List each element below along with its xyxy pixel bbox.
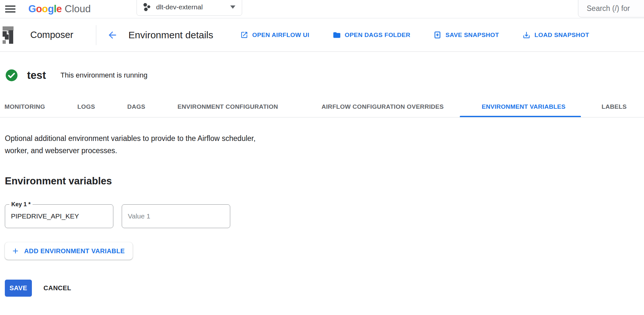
save-snapshot-label: SAVE SNAPSHOT xyxy=(445,32,499,39)
cancel-button[interactable]: CANCEL xyxy=(43,284,71,292)
arrow-back-icon xyxy=(107,30,118,41)
save-snapshot-button[interactable]: SAVE SNAPSHOT xyxy=(433,31,499,39)
logo-letter: g xyxy=(48,3,54,15)
status-running-icon xyxy=(5,69,18,82)
tab-dags[interactable]: DAGS xyxy=(111,96,161,117)
page-title: Environment details xyxy=(128,30,213,41)
project-selector[interactable]: dlt-dev-external xyxy=(137,0,242,16)
section-heading: Environment variables xyxy=(5,175,644,187)
tab-environment-configuration[interactable]: ENVIRONMENT CONFIGURATION xyxy=(161,96,294,117)
header-divider xyxy=(96,25,96,45)
open-airflow-ui-button[interactable]: OPEN AIRFLOW UI xyxy=(240,31,309,39)
page-header: Composer Environment details OPEN AIRFLO… xyxy=(0,18,644,52)
key-field-label: Key 1 * xyxy=(9,201,33,208)
open-dags-folder-button[interactable]: OPEN DAGS FOLDER xyxy=(333,31,411,39)
load-snapshot-label: LOAD SNAPSHOT xyxy=(535,32,589,39)
project-hexagons-icon xyxy=(143,3,151,12)
value-field xyxy=(122,204,230,228)
open-in-new-icon xyxy=(240,31,248,39)
back-button[interactable] xyxy=(105,28,119,42)
environment-name: test xyxy=(27,69,46,81)
logo-letter: G xyxy=(28,3,36,15)
menu-icon[interactable] xyxy=(5,5,16,13)
product-name: Composer xyxy=(30,30,73,40)
key-field: Key 1 * xyxy=(5,204,113,228)
status-message: This environment is running xyxy=(61,71,147,79)
open-airflow-ui-label: OPEN AIRFLOW UI xyxy=(252,32,309,39)
logo-letter: l xyxy=(54,3,56,15)
variable-row: Key 1 * xyxy=(5,204,644,228)
chevron-down-icon xyxy=(230,5,235,9)
logo-cloud-text: Cloud xyxy=(65,3,91,15)
tab-environment-variables[interactable]: ENVIRONMENT VARIABLES xyxy=(460,96,581,117)
tab-airflow-configuration-overrides[interactable]: AIRFLOW CONFIGURATION OVERRIDES xyxy=(294,96,460,117)
logo-letter: o xyxy=(36,3,42,15)
folder-icon xyxy=(333,31,341,39)
add-environment-variable-button[interactable]: ADD ENVIRONMENT VARIABLE xyxy=(5,242,133,260)
section-description: Optional additional environment variable… xyxy=(5,132,262,157)
composer-product-icon xyxy=(1,24,15,46)
tab-bar: MONITORING LOGS DAGS ENVIRONMENT CONFIGU… xyxy=(0,96,644,117)
key-input[interactable] xyxy=(5,205,113,228)
google-cloud-logo: Google Cloud xyxy=(28,3,91,15)
top-app-bar: Google Cloud dlt-dev-external xyxy=(0,0,644,18)
tab-logs[interactable]: LOGS xyxy=(61,96,111,117)
snapshot-add-icon xyxy=(433,31,441,39)
logo-letter: o xyxy=(42,3,48,15)
tab-labels[interactable]: LABELS xyxy=(581,96,643,117)
form-actions: SAVE CANCEL xyxy=(5,280,644,297)
save-button[interactable]: SAVE xyxy=(5,280,32,297)
header-actions: OPEN AIRFLOW UI OPEN DAGS FOLDER SAVE SN… xyxy=(240,31,589,39)
plus-icon xyxy=(11,247,20,255)
open-dags-folder-label: OPEN DAGS FOLDER xyxy=(345,32,411,39)
download-icon xyxy=(522,31,531,39)
tab-content: Optional additional environment variable… xyxy=(0,132,644,297)
project-name: dlt-dev-external xyxy=(156,3,230,11)
tab-monitoring[interactable]: MONITORING xyxy=(0,96,61,117)
global-search xyxy=(578,0,644,17)
environment-status: test This environment is running xyxy=(0,52,644,82)
value-input[interactable] xyxy=(122,205,230,228)
load-snapshot-button[interactable]: LOAD SNAPSHOT xyxy=(522,31,589,39)
search-input[interactable] xyxy=(578,4,644,13)
logo-letter: e xyxy=(56,3,62,15)
add-environment-variable-label: ADD ENVIRONMENT VARIABLE xyxy=(24,247,125,255)
